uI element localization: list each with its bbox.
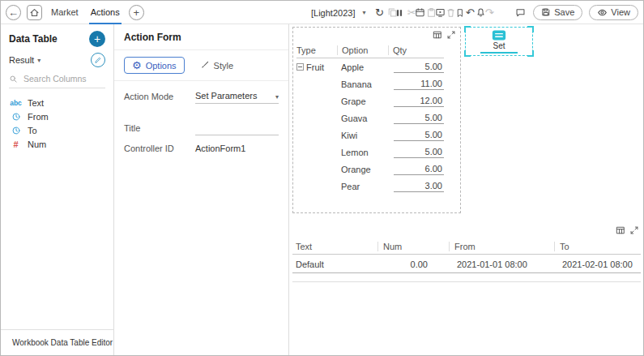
header-qty: Qty	[388, 45, 444, 55]
qty-cell: 3.00	[388, 181, 444, 192]
table-bottom-rule	[292, 273, 641, 282]
controller-id-value[interactable]: ActionForm1	[195, 144, 279, 156]
header-to: To	[554, 242, 641, 251]
pause-button[interactable]	[393, 6, 406, 19]
view-button[interactable]: View	[589, 5, 638, 20]
action-form-icon	[492, 30, 506, 41]
table-row: Orange 6.00	[296, 161, 444, 178]
table-row: Lemon 5.00	[296, 144, 444, 161]
result-table-widget[interactable]: Text Num From To Default 0.00 2021-01-01…	[292, 225, 641, 282]
collapse-icon[interactable]	[296, 63, 304, 71]
search-input[interactable]	[22, 73, 101, 84]
qty-cell: 11.00	[388, 79, 444, 90]
plus-icon: +	[94, 33, 100, 45]
slideshow-icon	[435, 7, 446, 18]
qty-input[interactable]: 12.00	[394, 96, 444, 107]
home-button[interactable]	[27, 5, 42, 20]
column-label: Text	[28, 98, 44, 108]
qty-cell: 6.00	[388, 164, 444, 175]
data-table-panel: Data Table + Result ▾ abc Text	[1, 24, 114, 355]
set-action-form-widget[interactable]: Set	[465, 27, 533, 56]
action-form-title: Action Form	[114, 24, 288, 50]
action-mode-value: Set Parameters	[195, 91, 257, 101]
table-row[interactable]: Default 0.00 2021-01-01 08:00 2021-02-01…	[292, 255, 641, 273]
column-item-num[interactable]: # Num	[1, 137, 113, 151]
group-label: Fruit	[306, 62, 324, 72]
refresh-button[interactable]: ↻	[373, 6, 386, 19]
set-button-underline	[480, 52, 518, 54]
theme-selector-label[interactable]: [Light2023]	[311, 8, 355, 18]
clock-icon	[9, 126, 23, 135]
edit-data-table-button[interactable]	[91, 53, 105, 67]
maximize-icon[interactable]	[629, 225, 639, 235]
widget-toolbar	[433, 30, 456, 40]
data-table-header: Data Table +	[1, 24, 113, 51]
qty-input[interactable]: 5.00	[394, 113, 444, 124]
notifications-button[interactable]	[474, 6, 487, 19]
qty-input[interactable]: 6.00	[394, 164, 444, 175]
column-item-to[interactable]: To	[1, 123, 113, 137]
column-item-text[interactable]: abc Text	[1, 96, 113, 109]
option-cell: Banana	[337, 79, 388, 89]
chevron-down-icon: ▾	[37, 57, 41, 64]
selection-handle[interactable]	[464, 26, 471, 32]
set-button-label[interactable]: Set	[493, 41, 505, 50]
qty-input[interactable]: 3.00	[394, 181, 444, 192]
option-cell: Orange	[337, 165, 388, 174]
comment-button[interactable]	[514, 6, 527, 19]
slideshow-button[interactable]	[433, 6, 446, 19]
selection-handle[interactable]	[464, 50, 471, 57]
action-mode-dropdown[interactable]: Set Parameters ▾	[195, 91, 279, 104]
home-icon	[29, 7, 40, 18]
save-button[interactable]: Save	[533, 5, 582, 20]
search-icon	[9, 75, 18, 84]
calendar-button[interactable]	[413, 6, 426, 19]
add-dashboard-button[interactable]: +	[129, 5, 144, 20]
gear-icon: ⚙	[132, 60, 142, 71]
field-label: Action Mode	[124, 92, 195, 104]
selection-handle[interactable]	[527, 50, 534, 57]
add-data-table-button[interactable]: +	[89, 31, 105, 47]
tab-options[interactable]: ⚙ Options	[124, 57, 185, 74]
table-grid-icon[interactable]	[433, 30, 442, 40]
qty-input[interactable]: 5.00	[394, 62, 444, 73]
to-cell: 2021-02-01 08:00	[554, 259, 641, 269]
dataset-selector[interactable]: Result ▾	[1, 51, 113, 73]
qty-input[interactable]: 5.00	[394, 147, 444, 158]
table-grid-icon[interactable]	[616, 225, 625, 235]
parameter-table-widget[interactable]: Type Option Qty Fruit Apple 5.00 Banana …	[292, 27, 461, 213]
tab-style[interactable]: Style	[191, 57, 241, 74]
tab-actions[interactable]: Actions	[89, 1, 122, 24]
option-cell: Pear	[337, 182, 388, 191]
action-form-panel: Action Form ⚙ Options Style Action Mode …	[114, 24, 289, 355]
maximize-icon[interactable]	[446, 30, 456, 40]
qty-input[interactable]: 11.00	[394, 79, 444, 90]
column-list: abc Text From To # Num	[1, 96, 113, 151]
header-option: Option	[337, 45, 388, 55]
workbook-data-table-editor-link[interactable]: Workbook Data Table Editor	[1, 329, 113, 355]
tab-market[interactable]: Market	[49, 1, 80, 24]
field-controller-id: Controller ID ActionForm1	[124, 144, 279, 156]
field-action-mode: Action Mode Set Parameters ▾	[124, 91, 279, 104]
chevron-down-icon[interactable]: ▾	[362, 9, 365, 16]
numeric-type-icon: #	[9, 139, 23, 149]
dashboard-canvas[interactable]: Type Option Qty Fruit Apple 5.00 Banana …	[290, 24, 643, 355]
bookmark-button[interactable]	[454, 6, 467, 19]
header-num: Num	[377, 242, 449, 251]
qty-input[interactable]: 5.00	[394, 130, 444, 141]
title-input[interactable]	[195, 123, 279, 135]
pencil-icon	[94, 56, 102, 64]
action-form-fields: Action Mode Set Parameters ▾ Title Contr…	[114, 81, 288, 156]
column-item-from[interactable]: From	[1, 109, 113, 123]
qty-cell: 12.00	[388, 96, 444, 107]
clock-icon	[9, 112, 23, 122]
eye-icon	[597, 7, 608, 18]
calendar-icon	[415, 7, 425, 18]
back-button[interactable]: ←	[6, 5, 21, 20]
table-row: Guava 5.00	[296, 109, 444, 127]
chevron-down-icon: ▾	[275, 93, 279, 101]
qty-cell: 5.00	[388, 130, 444, 141]
table-row: Banana 11.00	[296, 75, 444, 92]
selection-handle[interactable]	[527, 26, 534, 32]
option-cell: Grape	[337, 97, 388, 106]
